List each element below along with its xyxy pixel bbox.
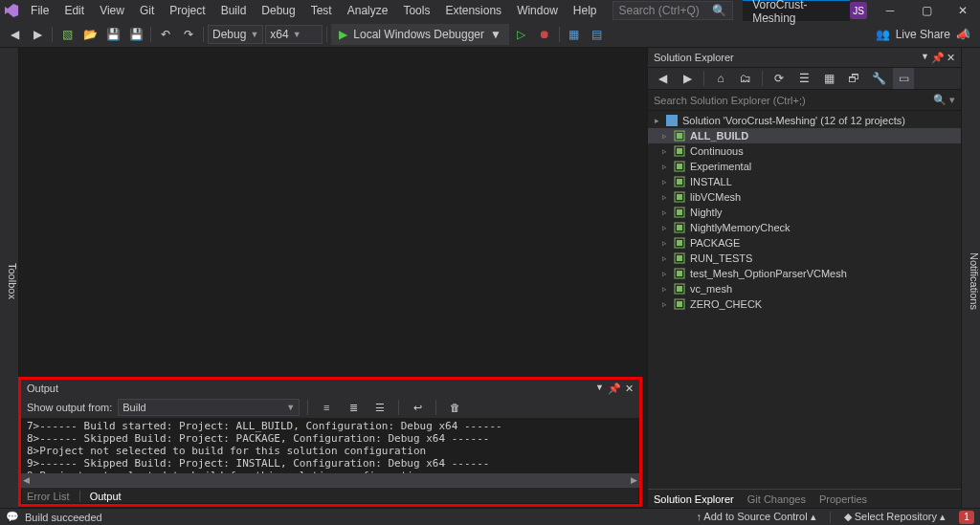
output-wordwrap-icon[interactable]: ↩ — [407, 397, 428, 418]
project-libvcmesh[interactable]: ▹libVCMesh — [648, 189, 961, 205]
config-combo[interactable]: Debug ▼ — [208, 25, 263, 44]
se-sync-icon[interactable]: ⟳ — [768, 68, 790, 89]
svg-rect-6 — [677, 164, 682, 169]
close-button[interactable]: ✕ — [949, 0, 976, 21]
open-icon[interactable]: 📂 — [79, 24, 100, 45]
toolbar-extra-icon[interactable]: ▦ — [564, 24, 585, 45]
project-nightlymemorycheck[interactable]: ▹NightlyMemoryCheck — [648, 220, 961, 235]
menu-git[interactable]: Git — [132, 2, 162, 19]
live-share-icon[interactable]: 👥 — [876, 28, 890, 41]
dropdown-icon[interactable]: ▼ — [921, 52, 929, 64]
status-info-icon: 💬 — [6, 511, 19, 523]
save-icon[interactable]: 💾 — [102, 24, 123, 45]
search-icon: 🔍 — [712, 4, 726, 17]
project-all_build[interactable]: ▹ALL_BUILD — [648, 128, 961, 143]
maximize-button[interactable]: ▢ — [913, 0, 940, 21]
output-header: Output ▼ 📌 ✕ — [21, 380, 639, 397]
svg-rect-16 — [677, 240, 682, 246]
project-run_tests[interactable]: ▹RUN_TESTS — [648, 251, 961, 266]
minimize-button[interactable]: ─ — [877, 0, 903, 21]
notification-badge[interactable]: 1 — [959, 511, 974, 524]
solution-tree: ▸Solution 'VoroCrust-Meshing' (12 of 12 … — [648, 111, 961, 489]
output-tab-output[interactable]: Output — [90, 491, 122, 502]
toolbox-rail[interactable]: Toolbox — [0, 48, 19, 508]
pin-icon[interactable]: 📌 — [608, 383, 621, 395]
project-package[interactable]: ▹PACKAGE — [648, 235, 961, 251]
platform-combo[interactable]: x64 ▼ — [265, 25, 323, 44]
pin-icon[interactable]: 📌 — [931, 52, 945, 64]
add-source-control[interactable]: ↑ Add to Source Control ▴ — [696, 511, 815, 523]
se-refresh-icon[interactable]: 🗗 — [843, 68, 864, 89]
live-share-label[interactable]: Live Share — [896, 28, 950, 41]
menu-analyze[interactable]: Analyze — [340, 2, 396, 19]
feedback-icon[interactable]: 📣 — [956, 28, 970, 41]
solution-root[interactable]: ▸Solution 'VoroCrust-Meshing' (12 of 12 … — [648, 113, 961, 128]
panel-tab-solution-explorer[interactable]: Solution Explorer — [654, 493, 734, 505]
output-scrollbar[interactable]: ◀▶ — [21, 473, 639, 487]
user-badge[interactable]: JS — [850, 2, 867, 19]
project-experimental[interactable]: ▹Experimental — [648, 159, 961, 174]
menu-extensions[interactable]: Extensions — [437, 2, 509, 19]
select-repository[interactable]: ◆ Select Repository ▴ — [844, 511, 946, 523]
output-tool1-icon[interactable]: ≡ — [316, 397, 337, 418]
menu-file[interactable]: File — [23, 2, 56, 19]
menu-test[interactable]: Test — [303, 2, 340, 19]
undo-icon[interactable]: ↶ — [155, 24, 176, 45]
se-properties-icon[interactable]: 🔧 — [868, 68, 889, 89]
save-all-icon[interactable]: 💾 — [125, 24, 146, 45]
output-source-combo[interactable]: Build ▼ — [118, 399, 300, 416]
se-filter-icon[interactable]: ☰ — [793, 68, 814, 89]
output-tool2-icon[interactable]: ≣ — [343, 397, 364, 418]
solution-explorer-search[interactable]: Search Solution Explorer (Ctrl+;) 🔍 ▾ — [648, 90, 961, 111]
project-install[interactable]: ▹INSTALL — [648, 174, 961, 189]
menu-window[interactable]: Window — [509, 2, 566, 19]
notifications-rail[interactable]: Notifications — [961, 48, 980, 508]
project-title-tab[interactable]: VoroCrust-Meshing — [743, 0, 850, 21]
menu-edit[interactable]: Edit — [56, 2, 92, 19]
panel-tab-properties[interactable]: Properties — [819, 493, 867, 505]
se-preview-icon[interactable]: ▭ — [893, 68, 914, 89]
se-switch-icon[interactable]: 🗂 — [735, 68, 756, 89]
svg-rect-24 — [677, 301, 682, 307]
toolbar-extra2-icon[interactable]: ▤ — [587, 24, 608, 45]
close-panel-icon[interactable]: ✕ — [625, 383, 634, 395]
project-continuous[interactable]: ▹Continuous — [648, 143, 961, 159]
solution-explorer-panel: Solution Explorer ▼ 📌 ✕ ◀ ▶ ⌂ 🗂 ⟳ ☰ ▦ 🗗 … — [647, 48, 961, 508]
menu-build[interactable]: Build — [213, 2, 255, 19]
svg-rect-8 — [677, 179, 682, 185]
chevron-down-icon: ▼ — [490, 28, 501, 41]
output-text[interactable]: 7>------ Build started: Project: ALL_BUI… — [21, 418, 639, 473]
output-tab-error-list[interactable]: Error List — [27, 491, 70, 502]
project-test_mesh_optionparservcmesh[interactable]: ▹test_Mesh_OptionParserVCMesh — [648, 266, 961, 281]
debug-target-button[interactable]: ▶ Local Windows Debugger ▼ — [331, 24, 509, 45]
se-back-icon[interactable]: ◀ — [652, 68, 673, 89]
nav-back-icon[interactable]: ◀ — [4, 24, 25, 45]
debug-target-label: Local Windows Debugger — [353, 28, 484, 41]
se-showall-icon[interactable]: ▦ — [818, 68, 839, 89]
stop-debug-icon[interactable]: ⏺ — [534, 24, 555, 45]
menu-help[interactable]: Help — [566, 2, 605, 19]
output-panel: Output ▼ 📌 ✕ Show output from: Build ▼ ≡… — [18, 377, 642, 507]
close-panel-icon[interactable]: ✕ — [947, 52, 955, 64]
se-fwd-icon[interactable]: ▶ — [677, 68, 698, 89]
new-project-icon[interactable]: ▧ — [56, 24, 78, 45]
menu-project[interactable]: Project — [162, 2, 212, 19]
play-outline-icon[interactable]: ▷ — [511, 24, 532, 45]
output-title: Output — [27, 383, 58, 394]
panel-tab-git-changes[interactable]: Git Changes — [747, 493, 806, 505]
menu-debug[interactable]: Debug — [254, 2, 302, 19]
toolbox-label: Toolbox — [7, 263, 18, 299]
output-tool3-icon[interactable]: ☰ — [369, 397, 390, 418]
project-nightly[interactable]: ▹Nightly — [648, 205, 961, 220]
menu-view[interactable]: View — [92, 2, 132, 19]
output-clear-icon[interactable]: 🗑 — [444, 397, 465, 418]
menu-tools[interactable]: Tools — [395, 2, 437, 19]
se-home-icon[interactable]: ⌂ — [710, 68, 731, 89]
dropdown-icon[interactable]: ▼ — [595, 383, 604, 395]
project-zero_check[interactable]: ▹ZERO_CHECK — [648, 296, 961, 312]
nav-fwd-icon[interactable]: ▶ — [27, 24, 48, 45]
search-box[interactable]: Search (Ctrl+Q) 🔍 — [612, 1, 734, 20]
se-search-placeholder: Search Solution Explorer (Ctrl+;) — [654, 95, 806, 106]
redo-icon[interactable]: ↷ — [178, 24, 199, 45]
project-vc_mesh[interactable]: ▹vc_mesh — [648, 281, 961, 296]
